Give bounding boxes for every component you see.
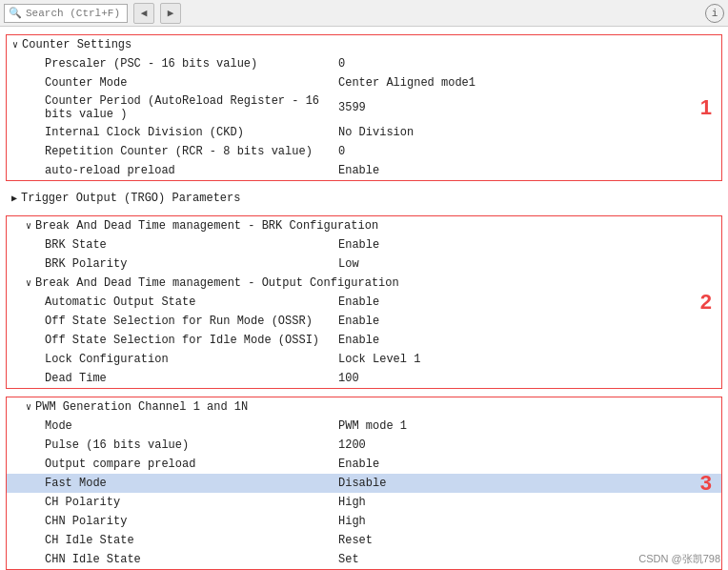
trigger-output-arrow: ▶ — [11, 193, 17, 204]
table-row: CHN Polarity High — [7, 512, 721, 531]
table-row: Counter Period (AutoReload Register - 16… — [7, 92, 721, 123]
counter-settings-label: Counter Settings — [22, 38, 131, 51]
table-row: Pulse (16 bits value) 1200 — [7, 436, 721, 455]
table-row: Repetition Counter (RCR - 8 bits value) … — [7, 142, 721, 161]
table-row: Dead Time 100 — [7, 369, 721, 388]
brk-config-header[interactable]: ∨ Break And Dead Time management - BRK C… — [7, 216, 721, 235]
prop-value: 100 — [331, 372, 721, 385]
table-row: CH Idle State Reset — [7, 531, 721, 550]
prop-name: auto-reload preload — [7, 164, 331, 177]
search-box[interactable]: 🔍 — [4, 4, 128, 23]
prop-name: Dead Time — [7, 372, 331, 385]
prop-value: 0 — [331, 57, 721, 71]
prop-name: Counter Mode — [7, 76, 331, 90]
brk-output-label: Break And Dead Time management - Output … — [35, 276, 399, 290]
table-row: auto-reload preload Enable — [7, 161, 721, 180]
counter-settings-arrow: ∨ — [12, 39, 18, 51]
prop-name: CH Polarity — [7, 496, 331, 509]
prop-name: Pulse (16 bits value) — [7, 438, 331, 452]
brk-output-arrow: ∨ — [26, 277, 31, 289]
prop-value: Low — [331, 257, 721, 271]
prop-value: No Division — [331, 126, 721, 139]
prev-button[interactable]: ◀ — [133, 3, 154, 24]
pwm-ch1-section: ∨ PWM Generation Channel 1 and 1N Mode P… — [6, 397, 722, 570]
table-row: Counter Mode Center Aligned mode1 — [7, 73, 721, 92]
table-row: CHN Idle State Set — [7, 550, 721, 569]
prop-name: CHN Idle State — [7, 553, 331, 566]
toolbar: 🔍 ◀ ▶ i — [0, 0, 728, 27]
prop-value: Enable — [331, 315, 721, 328]
prop-value: Enable — [331, 295, 721, 309]
table-row: BRK Polarity Low — [7, 254, 721, 274]
table-row-selected[interactable]: Fast Mode Disable — [7, 474, 721, 493]
brk-output-header[interactable]: ∨ Break And Dead Time management - Outpu… — [7, 274, 721, 293]
main-content: ∨ Counter Settings Prescaler (PSC - 16 b… — [0, 27, 728, 570]
prop-name: Off State Selection for Idle Mode (OSSI) — [7, 334, 331, 347]
trigger-output-label: Trigger Output (TRGO) Parameters — [21, 192, 240, 205]
table-row: Automatic Output State Enable — [7, 293, 721, 312]
prop-name: CHN Polarity — [7, 515, 331, 528]
prop-value: 3599 — [331, 101, 721, 114]
counter-settings-header[interactable]: ∨ Counter Settings — [7, 35, 721, 54]
table-row: Internal Clock Division (CKD) No Divisio… — [7, 123, 721, 142]
counter-settings-section: ∨ Counter Settings Prescaler (PSC - 16 b… — [6, 34, 722, 181]
prop-value: Enable — [331, 334, 721, 347]
table-row: Off State Selection for Run Mode (OSSR) … — [7, 312, 721, 331]
prop-value: 0 — [331, 145, 721, 158]
search-input[interactable] — [26, 8, 123, 19]
prop-value: Enable — [331, 238, 721, 252]
prop-name: Lock Configuration — [7, 353, 331, 366]
table-row: CH Polarity High — [7, 493, 721, 512]
prop-name: Counter Period (AutoReload Register - 16… — [7, 94, 331, 121]
prop-name: BRK State — [7, 238, 331, 252]
prop-value: Enable — [331, 458, 721, 471]
prop-name: Automatic Output State — [7, 295, 331, 309]
prop-name: CH Idle State — [7, 534, 331, 547]
section-number-3: 3 — [700, 471, 712, 496]
prop-value: Lock Level 1 — [331, 353, 721, 366]
search-icon: 🔍 — [9, 7, 22, 19]
trigger-output-header[interactable]: ▶ Trigger Output (TRGO) Parameters — [6, 189, 722, 208]
table-row: Lock Configuration Lock Level 1 — [7, 350, 721, 369]
prop-value: High — [331, 496, 721, 509]
prop-value: Disable — [331, 477, 721, 490]
table-row: BRK State Enable — [7, 235, 721, 254]
brk-section: ∨ Break And Dead Time management - BRK C… — [6, 215, 722, 389]
prop-value: Enable — [331, 164, 721, 177]
pwm-ch1-label: PWM Generation Channel 1 and 1N — [35, 400, 248, 414]
prop-name: Fast Mode — [7, 477, 331, 490]
next-button[interactable]: ▶ — [160, 3, 181, 24]
table-row: Off State Selection for Idle Mode (OSSI)… — [7, 331, 721, 350]
prop-value: PWM mode 1 — [331, 419, 721, 433]
prop-name: Internal Clock Division (CKD) — [7, 126, 331, 139]
prop-name: Mode — [7, 419, 331, 433]
info-button[interactable]: i — [705, 4, 724, 23]
pwm-ch1-header[interactable]: ∨ PWM Generation Channel 1 and 1N — [7, 397, 721, 417]
pwm-ch1-arrow: ∨ — [26, 401, 31, 413]
brk-config-arrow: ∨ — [26, 220, 31, 232]
table-row: Prescaler (PSC - 16 bits value) 0 — [7, 54, 721, 73]
bottom-label: CSDN @张凯798 — [638, 552, 720, 566]
prop-name: Repetition Counter (RCR - 8 bits value) — [7, 145, 331, 158]
prop-value: 1200 — [331, 438, 721, 452]
prop-value: Reset — [331, 534, 721, 547]
brk-config-label: Break And Dead Time management - BRK Con… — [35, 219, 378, 233]
section-number-1: 1 — [700, 95, 712, 120]
prop-name: Prescaler (PSC - 16 bits value) — [7, 57, 331, 71]
prop-name: Off State Selection for Run Mode (OSSR) — [7, 315, 331, 328]
prop-name: Output compare preload — [7, 458, 331, 471]
prop-name: BRK Polarity — [7, 257, 331, 271]
table-row: Output compare preload Enable — [7, 455, 721, 474]
section-number-2: 2 — [700, 290, 712, 315]
table-row: Mode PWM mode 1 — [7, 417, 721, 436]
prop-value: High — [331, 515, 721, 528]
prop-value: Center Aligned mode1 — [331, 76, 721, 90]
